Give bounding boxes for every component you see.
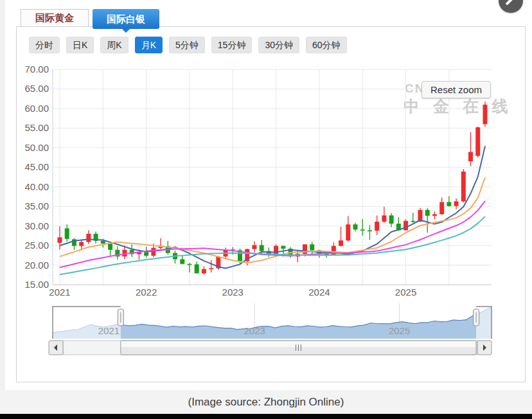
candle[interactable] xyxy=(180,255,184,264)
svg-text:40.00: 40.00 xyxy=(24,181,49,192)
svg-text:2025: 2025 xyxy=(395,287,416,298)
svg-text:45.00: 45.00 xyxy=(24,161,49,172)
candle[interactable] xyxy=(86,230,91,244)
candle[interactable] xyxy=(130,244,134,257)
bottom-divider-bar xyxy=(0,414,532,419)
chart-page: 国际黄金国际白银 分时日K周K月K5分钟15分钟30分钟60分钟 CN 中 金 … xyxy=(0,0,532,419)
period-day-k[interactable]: 日K xyxy=(66,37,94,53)
image-source-caption: (Image source: Zhongjin Online) xyxy=(188,396,344,409)
candle[interactable] xyxy=(382,207,386,223)
candle[interactable] xyxy=(475,127,480,157)
y-axis-labels: 70.0065.0060.0055.0050.0045.0040.0035.00… xyxy=(24,64,49,290)
period-month-k[interactable]: 月K xyxy=(135,37,163,53)
period-week-k[interactable]: 周K xyxy=(100,37,128,53)
svg-text:30.00: 30.00 xyxy=(24,220,49,231)
scrollbar-left-button[interactable] xyxy=(49,341,63,355)
price-chart: 70.0065.0060.0055.0050.0045.0040.0035.00… xyxy=(0,0,532,389)
candle[interactable] xyxy=(187,263,191,272)
candle[interactable] xyxy=(389,213,394,227)
svg-text:2023: 2023 xyxy=(222,287,244,298)
candle[interactable] xyxy=(461,169,466,202)
candle[interactable] xyxy=(432,211,437,219)
period-30min[interactable]: 30分钟 xyxy=(258,37,299,53)
candle[interactable] xyxy=(209,260,213,272)
instrument-tabs: 国际黄金国际白银 xyxy=(21,0,163,30)
reset-zoom-button[interactable]: Reset zoom xyxy=(421,81,491,98)
candle[interactable] xyxy=(346,216,350,242)
svg-text:25.00: 25.00 xyxy=(24,240,49,251)
scrollbar-thumb[interactable] xyxy=(121,341,476,355)
candle[interactable] xyxy=(468,132,473,166)
candle[interactable] xyxy=(252,241,256,252)
svg-text:60.00: 60.00 xyxy=(24,103,49,114)
candle[interactable] xyxy=(159,238,163,250)
svg-text:35.00: 35.00 xyxy=(24,201,49,211)
scrollbar-right-button[interactable] xyxy=(477,341,492,355)
scrollbar xyxy=(49,341,492,355)
candle[interactable] xyxy=(115,246,120,260)
svg-text:2025: 2025 xyxy=(389,325,410,336)
svg-text:2023: 2023 xyxy=(244,325,265,336)
candle[interactable] xyxy=(65,224,69,242)
candle[interactable] xyxy=(202,266,206,274)
candle[interactable] xyxy=(173,251,177,263)
candle[interactable] xyxy=(368,225,372,240)
svg-text:50.00: 50.00 xyxy=(24,142,49,153)
period-minute[interactable]: 分时 xyxy=(29,37,60,53)
candle[interactable] xyxy=(72,238,76,250)
svg-text:2022: 2022 xyxy=(136,287,157,298)
candle[interactable] xyxy=(439,197,444,215)
period-5min[interactable]: 5分钟 xyxy=(169,37,205,53)
candle[interactable] xyxy=(353,223,358,231)
svg-text:2024: 2024 xyxy=(308,287,330,298)
candle[interactable] xyxy=(447,196,451,206)
svg-text:65.00: 65.00 xyxy=(24,83,49,94)
period-15min[interactable]: 15分钟 xyxy=(211,37,253,53)
svg-text:15.00: 15.00 xyxy=(24,279,49,290)
candle[interactable] xyxy=(483,102,487,127)
navigator: 202120232025 xyxy=(53,303,492,339)
navigator-right-handle[interactable] xyxy=(474,309,479,326)
candle[interactable] xyxy=(58,226,62,249)
candle[interactable] xyxy=(403,219,408,231)
period-60min[interactable]: 60分钟 xyxy=(306,37,347,53)
candle[interactable] xyxy=(411,213,415,223)
candle[interactable] xyxy=(425,208,430,233)
candle[interactable] xyxy=(339,227,343,246)
candlestick-series xyxy=(58,102,488,274)
candle[interactable] xyxy=(375,215,379,235)
svg-text:55.00: 55.00 xyxy=(24,122,49,133)
candle[interactable] xyxy=(310,242,314,256)
tab-intl-silver[interactable]: 国际白银 xyxy=(93,9,159,29)
candle[interactable] xyxy=(195,262,199,273)
candle[interactable] xyxy=(454,199,459,209)
candle[interactable] xyxy=(360,219,365,236)
candle[interactable] xyxy=(216,256,220,270)
svg-text:70.00: 70.00 xyxy=(24,64,49,75)
tab-intl-gold[interactable]: 国际黄金 xyxy=(21,9,89,26)
caption-strip: (Image source: Zhongjin Online) xyxy=(0,390,532,414)
x-axis-labels: 20212022202320242025 xyxy=(49,287,416,298)
svg-text:2021: 2021 xyxy=(49,287,70,298)
navigator-left-handle[interactable] xyxy=(118,309,123,326)
candle[interactable] xyxy=(94,231,98,244)
svg-text:2021: 2021 xyxy=(98,325,120,336)
svg-text:20.00: 20.00 xyxy=(24,260,49,271)
period-buttons: 分时日K周K月K5分钟15分钟30分钟60分钟 xyxy=(29,37,347,53)
